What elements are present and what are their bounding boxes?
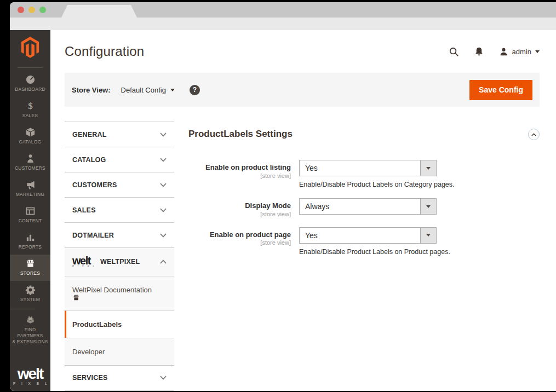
notifications-bell-icon[interactable]	[474, 47, 484, 57]
chevron-down-icon	[160, 158, 167, 162]
sidebar-item-find-partners-extensions[interactable]: FIND PARTNERS & EXTENSIONS	[10, 312, 50, 348]
weltpixel-mini-logo-sub: P I X E L	[72, 266, 96, 268]
sidebar-item-label: MARKETING	[16, 192, 44, 198]
settings-fields: Enable on product listing[store view]Yes…	[188, 160, 540, 256]
weltpixel-mini-logo: weltP I X E L	[72, 256, 96, 268]
search-icon[interactable]	[449, 47, 459, 57]
zoom-window-button[interactable]	[39, 7, 46, 13]
extensions-icon	[25, 315, 36, 325]
config-section-header-sales[interactable]: SALES	[65, 198, 174, 222]
config-section-header-customers[interactable]: CUSTOMERS	[65, 172, 174, 197]
sidebar-item-content[interactable]: CONTENT	[10, 202, 50, 228]
sidebar-item-marketing[interactable]: MARKETING	[10, 176, 50, 202]
chevron-down-icon	[160, 183, 167, 187]
sidebar-item-customers[interactable]: CUSTOMERS	[10, 149, 50, 176]
field-label-col: Enable on product page[store view]	[188, 227, 299, 256]
browser-addressbar[interactable]	[10, 18, 556, 30]
config-nav-item-label: ProductLabels	[72, 320, 122, 328]
close-window-button[interactable]	[18, 7, 24, 13]
magento-admin-app: DASHBOARD$SALESCATALOGCUSTOMERSMARKETING…	[10, 30, 556, 391]
store-view-toolbar: Store View: Default Config ? Save Config	[65, 73, 540, 107]
config-section-header-general[interactable]: GENERAL	[65, 122, 174, 147]
sidebar-item-reports[interactable]: REPORTS	[10, 228, 50, 255]
page-title: Configuration	[65, 44, 144, 59]
customers-icon	[25, 153, 36, 164]
user-icon	[499, 47, 508, 56]
select-value: Yes	[300, 160, 420, 176]
config-nav-item-weltpixel-documentation[interactable]: WeltPixel Documentation	[65, 276, 174, 310]
weltpixel-logo-sub: P I X E L	[11, 382, 49, 385]
settings-title: ProductLabels Settings	[188, 129, 293, 140]
config-section-sales: SALES	[65, 197, 174, 222]
browser-tab[interactable]	[61, 5, 137, 18]
field-row-display-mode: Display Mode[store view]Always	[188, 198, 540, 217]
collapse-section-button[interactable]	[528, 129, 540, 140]
select-arrow-button[interactable]	[420, 199, 436, 214]
main-area: Configuration admin Store View: Default …	[50, 30, 556, 391]
field-control: Always	[299, 198, 437, 217]
sidebar-item-label: DASHBOARD	[15, 87, 45, 93]
help-icon[interactable]: ?	[190, 85, 200, 95]
field-scope-label: [store view]	[188, 211, 291, 217]
config-nav-item-productlabels[interactable]: ProductLabels	[65, 310, 174, 338]
select-value: Always	[300, 199, 420, 214]
sidebar-item-label: CATALOG	[19, 139, 42, 145]
sidebar-item-system[interactable]: SYSTEM	[10, 281, 50, 307]
page-header: Configuration admin	[50, 30, 556, 73]
config-section-label: WELTPIXEL	[100, 258, 140, 266]
content-icon	[25, 206, 36, 216]
config-section-header-catalog[interactable]: CATALOG	[65, 147, 174, 172]
svg-text:$: $	[28, 101, 33, 112]
settings-panel: ProductLabels Settings Enable on product…	[174, 122, 540, 266]
chevron-down-icon	[426, 167, 431, 170]
config-section-weltpixel: weltP I X E LWELTPIXELWeltPixel Document…	[65, 247, 174, 365]
config-section-header-weltpixel[interactable]: weltP I X E LWELTPIXEL	[65, 248, 174, 276]
store-view-value: Default Config	[121, 86, 166, 94]
select-enable-on-product-page[interactable]: Yes	[299, 227, 437, 244]
field-row-enable-on-product-listing: Enable on product listing[store view]Yes…	[188, 160, 540, 188]
store-view-switcher[interactable]: Default Config	[121, 86, 175, 94]
header-actions: admin	[449, 47, 540, 57]
select-enable-on-product-listing[interactable]: Yes	[299, 160, 437, 176]
sidebar-item-catalog[interactable]: CATALOG	[10, 123, 50, 149]
admin-sidebar: DASHBOARD$SALESCATALOGCUSTOMERSMARKETING…	[10, 30, 50, 391]
config-section-dotmailer: DOTMAILER	[65, 222, 174, 247]
chevron-down-icon	[170, 89, 175, 91]
chevron-down-icon	[160, 233, 167, 238]
weltpixel-logo-main: welt	[11, 367, 49, 381]
sidebar-item-label: SYSTEM	[20, 297, 40, 303]
field-comment: Enable/Disable Product Labels on Categor…	[299, 181, 455, 188]
magento-logo-icon[interactable]	[19, 37, 41, 61]
config-subsection-list: WeltPixel DocumentationProductLabelsDeve…	[65, 276, 174, 365]
config-section-label: CATALOG	[72, 156, 106, 164]
sidebar-item-stores[interactable]: STORES	[10, 255, 50, 281]
sidebar-item-sales[interactable]: $SALES	[10, 97, 50, 123]
sidebar-divider	[10, 309, 35, 309]
weltpixel-mini-logo-main: welt	[72, 256, 96, 265]
sidebar-item-dashboard[interactable]: DASHBOARD	[10, 71, 50, 97]
system-icon	[25, 285, 36, 295]
save-config-button[interactable]: Save Config	[469, 80, 532, 100]
config-section-header-dotmailer[interactable]: DOTMAILER	[65, 223, 174, 247]
config-nav-item-developer[interactable]: Developer	[65, 338, 174, 365]
admin-user-menu[interactable]: admin	[499, 47, 540, 56]
field-comment: Enable/Disable Product Labels on Product…	[299, 248, 450, 256]
select-display-mode[interactable]: Always	[299, 198, 437, 215]
select-arrow-button[interactable]	[420, 160, 436, 176]
sidebar-item-label: SALES	[22, 113, 38, 119]
chevron-down-icon	[535, 50, 540, 53]
minimize-window-button[interactable]	[28, 7, 35, 13]
browser-titlebar	[10, 2, 556, 18]
browser-window: DASHBOARD$SALESCATALOGCUSTOMERSMARKETING…	[10, 2, 556, 391]
chevron-down-icon	[160, 376, 167, 380]
config-section-header-services[interactable]: SERVICES	[65, 366, 174, 390]
marketing-icon	[25, 180, 36, 190]
sidebar-divider	[18, 67, 43, 68]
weltpixel-logo: welt P I X E L	[11, 367, 49, 385]
store-icon	[72, 294, 167, 301]
config-nav: GENERALCATALOGCUSTOMERSSALESDOTMAILERwel…	[65, 122, 174, 391]
select-arrow-button[interactable]	[420, 228, 436, 243]
field-label: Enable on product page	[188, 230, 291, 239]
field-control: YesEnable/Disable Product Labels on Prod…	[299, 227, 450, 256]
admin-username: admin	[512, 48, 531, 56]
